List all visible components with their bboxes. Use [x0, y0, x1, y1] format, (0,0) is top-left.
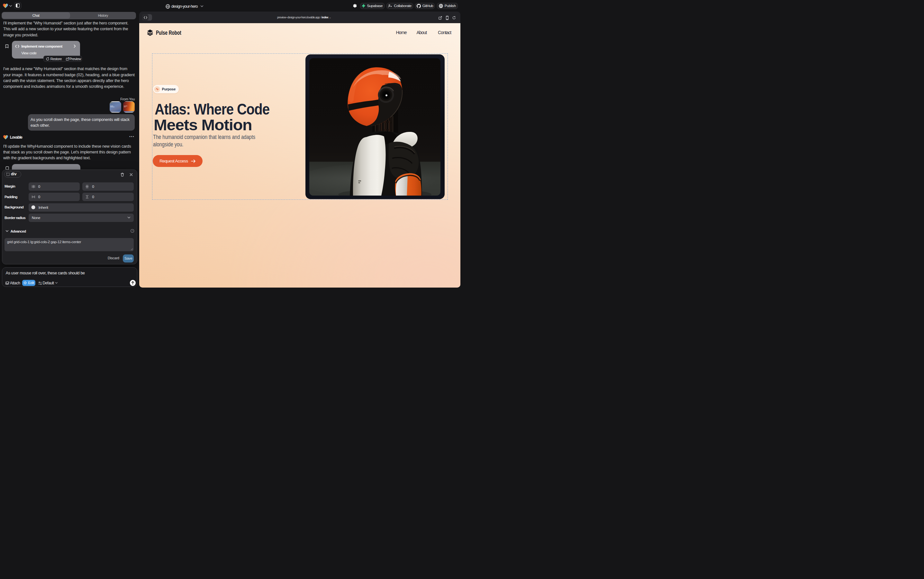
svg-text:?: ?: [132, 230, 133, 232]
